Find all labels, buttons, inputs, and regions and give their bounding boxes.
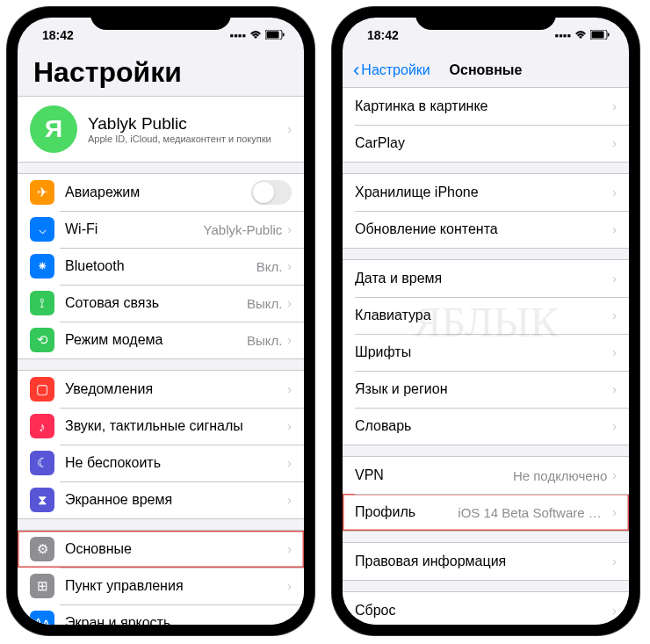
notifications-icon: ▢ — [30, 377, 54, 402]
phone-right: 18:42 ▪▪▪▪ ‹ Настройки Основные Картинка… — [332, 7, 639, 635]
profile-name: Yablyk Public — [88, 114, 287, 134]
chevron-right-icon: › — [287, 542, 292, 556]
battery-icon — [590, 29, 610, 42]
chevron-right-icon: › — [287, 579, 292, 593]
row-label: Картинка в картинке — [355, 98, 612, 114]
row-label: Режим модема — [65, 332, 247, 348]
chevron-right-icon: › — [287, 493, 292, 507]
svg-rect-4 — [608, 33, 610, 36]
chevron-right-icon: › — [612, 382, 617, 396]
row-label: Хранилище iPhone — [355, 185, 612, 200]
row-label: Правовая информация — [355, 554, 612, 569]
row-general[interactable]: ⚙Основные› — [18, 531, 304, 568]
group-alerts: ▢Уведомления›♪Звуки, тактильные сигналы›… — [18, 370, 304, 519]
row-dictionary[interactable]: Словарь› — [343, 408, 629, 445]
chevron-right-icon: › — [287, 456, 292, 470]
page-title: Настройки — [18, 53, 304, 96]
row-vpn[interactable]: VPNНе подключено› — [343, 457, 629, 494]
nav-title: Основные — [450, 62, 523, 78]
chevron-right-icon: › — [612, 222, 617, 236]
bluetooth-icon: ⁕ — [30, 254, 54, 279]
row-profile[interactable]: ПрофильiOS 14 Beta Software Profile› — [343, 494, 629, 531]
row-value: Не подключено — [513, 468, 607, 483]
chevron-left-icon: ‹ — [353, 59, 359, 82]
row-label: Звуки, тактильные сигналы — [65, 418, 287, 434]
chevron-right-icon: › — [612, 136, 617, 150]
row-fonts[interactable]: Шрифты› — [343, 334, 629, 371]
row-reset[interactable]: Сброс› — [343, 592, 629, 625]
row-airplane[interactable]: ✈Авиарежим — [18, 174, 304, 211]
chevron-right-icon: › — [287, 259, 292, 273]
screentime-icon: ⧗ — [30, 488, 54, 512]
hotspot-icon: ⟲ — [30, 328, 54, 352]
chevron-right-icon: › — [287, 333, 292, 347]
chevron-right-icon: › — [287, 222, 292, 236]
row-label: Клавиатура — [355, 308, 612, 323]
row-cellular[interactable]: ⟟Сотовая связьВыкл.› — [18, 285, 304, 322]
signal-icon: ▪▪▪▪ — [230, 29, 246, 42]
row-legal[interactable]: Правовая информация› — [343, 543, 629, 580]
row-label: Wi-Fi — [65, 221, 204, 237]
profile-sub: Apple ID, iCloud, медиаконтент и покупки — [88, 134, 287, 144]
back-button[interactable]: ‹ Настройки — [353, 59, 430, 82]
row-value: Выкл. — [247, 296, 282, 311]
row-notifications[interactable]: ▢Уведомления› — [18, 371, 304, 408]
group-connectivity: ✈Авиарежим⌵Wi-FiYablyk-Public›⁕Bluetooth… — [18, 173, 304, 359]
group-general: ⚙Основные›⊞Пункт управления›AᴀЭкран и яр… — [18, 530, 304, 625]
chevron-right-icon: › — [287, 296, 292, 310]
row-value: Вкл. — [256, 259, 283, 274]
group-vpn: VPNНе подключено›ПрофильiOS 14 Beta Soft… — [343, 456, 629, 532]
row-display[interactable]: AᴀЭкран и яркость› — [18, 604, 304, 625]
row-value: Выкл. — [247, 333, 282, 348]
row-label: Сброс — [355, 603, 612, 619]
row-wifi[interactable]: ⌵Wi-FiYablyk-Public› — [18, 211, 304, 248]
chevron-right-icon: › — [612, 468, 617, 482]
row-dnd[interactable]: ☾Не беспокоить› — [18, 445, 304, 481]
chevron-right-icon: › — [287, 616, 292, 625]
status-time: 18:42 — [367, 28, 399, 42]
row-label: Сотовая связь — [65, 295, 247, 311]
notch — [90, 7, 231, 30]
cellular-icon: ⟟ — [30, 291, 54, 315]
row-label: Bluetooth — [65, 258, 256, 274]
row-language[interactable]: Язык и регион› — [343, 371, 629, 408]
display-icon: Aᴀ — [30, 611, 54, 625]
chevron-right-icon: › — [612, 345, 617, 359]
row-screentime[interactable]: ⧗Экранное время› — [18, 481, 304, 518]
chevron-right-icon: › — [612, 99, 617, 113]
row-value: Yablyk-Public — [204, 222, 283, 237]
row-storage[interactable]: Хранилище iPhone› — [343, 174, 629, 211]
sounds-icon: ♪ — [30, 414, 54, 438]
screen-right: 18:42 ▪▪▪▪ ‹ Настройки Основные Картинка… — [343, 18, 629, 625]
row-pip[interactable]: Картинка в картинке› — [343, 88, 629, 125]
chevron-right-icon: › — [612, 308, 617, 322]
group-pip: Картинка в картинке›CarPlay› — [343, 88, 629, 163]
status-time: 18:42 — [42, 28, 74, 42]
chevron-right-icon: › — [287, 122, 292, 136]
row-label: Профиль — [355, 504, 458, 520]
row-date-time[interactable]: Дата и время› — [343, 260, 629, 297]
settings-content[interactable]: Настройки Я Yablyk Public Apple ID, iClo… — [18, 53, 304, 625]
svg-rect-5 — [592, 31, 604, 38]
profile-row[interactable]: Я Yablyk Public Apple ID, iCloud, медиак… — [18, 97, 304, 162]
general-icon: ⚙ — [30, 537, 54, 561]
row-control-center[interactable]: ⊞Пункт управления› — [18, 568, 304, 604]
chevron-right-icon: › — [287, 382, 292, 396]
airplane-switch[interactable] — [251, 180, 292, 205]
row-background-refresh[interactable]: Обновление контента› — [343, 211, 629, 248]
row-label: Язык и регион — [355, 381, 612, 397]
row-sounds[interactable]: ♪Звуки, тактильные сигналы› — [18, 408, 304, 445]
svg-rect-1 — [283, 33, 285, 36]
row-carplay[interactable]: CarPlay› — [343, 125, 629, 162]
group-storage: Хранилище iPhone›Обновление контента› — [343, 173, 629, 249]
row-bluetooth[interactable]: ⁕BluetoothВкл.› — [18, 248, 304, 285]
general-content[interactable]: Картинка в картинке›CarPlay› Хранилище i… — [343, 88, 629, 625]
group-legal: Правовая информация› — [343, 542, 629, 581]
row-hotspot[interactable]: ⟲Режим модемаВыкл.› — [18, 322, 304, 358]
row-label: Пункт управления — [65, 578, 287, 594]
row-value: iOS 14 Beta Software Profile — [458, 505, 607, 520]
row-label: Основные — [65, 541, 287, 557]
battery-icon — [265, 29, 285, 42]
row-keyboard[interactable]: Клавиатура› — [343, 297, 629, 334]
wifi-icon — [574, 29, 587, 42]
